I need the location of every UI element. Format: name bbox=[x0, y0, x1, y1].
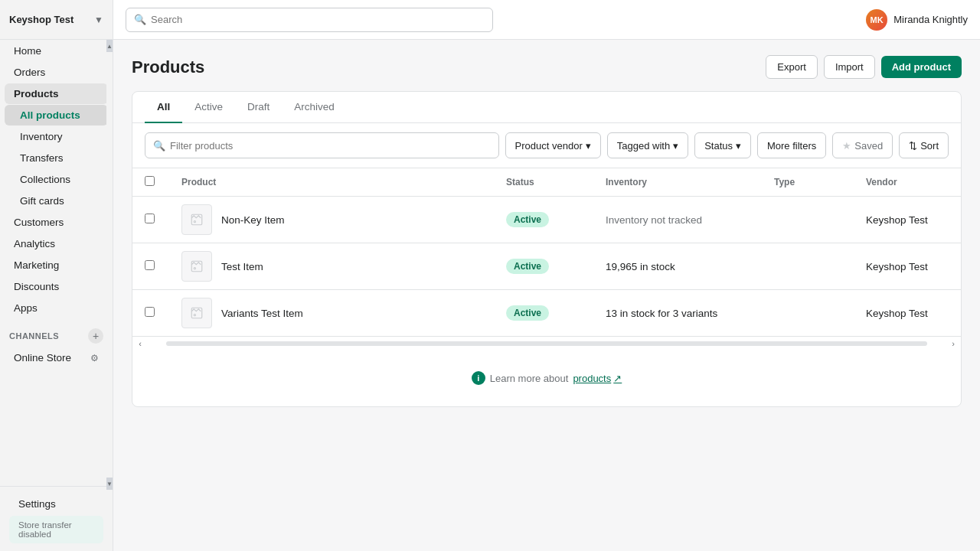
export-button[interactable]: Export bbox=[766, 55, 818, 79]
tab-active-label: Active bbox=[194, 101, 223, 112]
row1-vendor-cell: Keyshop Test bbox=[854, 197, 961, 243]
sidebar-item-orders[interactable]: Orders bbox=[5, 62, 108, 83]
tagged-with-filter[interactable]: Tagged with ▾ bbox=[607, 132, 688, 158]
tagged-with-dropdown-icon: ▾ bbox=[673, 140, 678, 152]
row1-vendor-value: Keyshop Test bbox=[866, 214, 928, 226]
tab-all-label: All bbox=[157, 101, 170, 112]
sidebar-item-marketing-label: Marketing bbox=[14, 259, 59, 271]
page-content: Products Export Import Add product All A… bbox=[113, 40, 980, 551]
topbar: 🔍 MK Miranda Knightly bbox=[113, 0, 980, 40]
add-product-button[interactable]: Add product bbox=[881, 56, 962, 78]
row3-inventory-cell: 13 in stock for 3 variants bbox=[593, 290, 762, 337]
scroll-left-arrow[interactable]: ‹ bbox=[132, 337, 148, 350]
sidebar-header: Keyshop Test ▼ bbox=[0, 0, 113, 40]
sidebar-item-customers-label: Customers bbox=[14, 217, 64, 228]
more-filters-button[interactable]: More filters bbox=[757, 132, 826, 158]
sidebar-item-collections[interactable]: Collections bbox=[5, 169, 108, 190]
sidebar-footer: Settings Store transfer disabled bbox=[0, 486, 113, 551]
sidebar-item-settings[interactable]: Settings bbox=[9, 494, 103, 514]
table-horizontal-scrollbar: ‹ › bbox=[132, 336, 961, 350]
status-filter[interactable]: Status ▾ bbox=[694, 132, 751, 158]
external-link-icon: ↗ bbox=[613, 373, 622, 384]
product-vendor-label: Product vendor bbox=[515, 140, 583, 152]
sidebar-item-marketing[interactable]: Marketing bbox=[5, 255, 108, 276]
products-table: Product Status Inventory Type bbox=[132, 168, 961, 336]
sidebar-item-inventory[interactable]: Inventory bbox=[5, 126, 108, 147]
sidebar-item-apps[interactable]: Apps bbox=[5, 298, 108, 318]
row1-inventory-value: Inventory not tracked bbox=[606, 214, 702, 226]
learn-more-section: i Learn more about products ↗ bbox=[132, 350, 961, 406]
tab-draft[interactable]: Draft bbox=[235, 92, 282, 123]
sidebar-item-collections-label: Collections bbox=[20, 174, 70, 185]
filter-search-input[interactable] bbox=[170, 140, 491, 152]
page-title: Products bbox=[132, 57, 204, 77]
product-vendor-filter[interactable]: Product vendor ▾ bbox=[505, 132, 601, 158]
tab-archived[interactable]: Archived bbox=[282, 92, 347, 123]
sidebar-item-all-products[interactable]: All products bbox=[5, 105, 108, 126]
filter-search-box[interactable]: 🔍 bbox=[145, 132, 499, 158]
row3-type-cell bbox=[762, 290, 854, 337]
scroll-track[interactable] bbox=[166, 341, 927, 346]
row3-vendor-cell: Keyshop Test bbox=[854, 290, 961, 337]
learn-more-link[interactable]: products ↗ bbox=[573, 373, 622, 384]
settings-label: Settings bbox=[18, 498, 56, 510]
row3-product-cell: Variants Test Item bbox=[169, 290, 494, 337]
more-filters-label: More filters bbox=[767, 140, 816, 152]
sort-icon: ⇅ bbox=[909, 140, 917, 152]
sidebar-item-customers[interactable]: Customers bbox=[5, 212, 108, 233]
store-transfer-banner: Store transfer disabled bbox=[9, 516, 103, 543]
sidebar-scroll-up[interactable]: ▲ bbox=[106, 40, 113, 52]
topbar-search-box[interactable]: 🔍 bbox=[126, 8, 493, 32]
tab-all[interactable]: All bbox=[145, 92, 182, 123]
learn-more-text: Learn more about bbox=[490, 373, 569, 384]
page-actions: Export Import Add product bbox=[766, 55, 962, 79]
topbar-search-input[interactable] bbox=[151, 14, 485, 25]
row1-product-cell: Non-Key Item bbox=[169, 197, 494, 243]
import-button[interactable]: Import bbox=[824, 55, 875, 79]
row3-inventory-value: 13 in stock for 3 variants bbox=[606, 308, 717, 319]
row2-checkbox-cell bbox=[132, 243, 169, 290]
products-card: All Active Draft Archived 🔍 bbox=[132, 91, 962, 407]
channels-add-button[interactable]: + bbox=[88, 328, 103, 344]
online-store-settings-icon[interactable]: ⚙ bbox=[90, 353, 99, 364]
status-dropdown-icon: ▾ bbox=[736, 140, 741, 152]
table-row[interactable]: Non-Key Item Active Inventory not tracke… bbox=[132, 197, 961, 243]
page-header: Products Export Import Add product bbox=[132, 55, 962, 79]
sidebar-item-transfers[interactable]: Transfers bbox=[5, 148, 108, 168]
row3-status-badge: Active bbox=[506, 305, 549, 321]
sidebar-item-home[interactable]: Home bbox=[5, 41, 108, 61]
topbar-search-icon: 🔍 bbox=[134, 14, 146, 25]
row2-thumbnail bbox=[181, 251, 212, 282]
select-all-checkbox[interactable] bbox=[145, 176, 155, 186]
row1-status-badge: Active bbox=[506, 212, 549, 227]
table-header-row: Product Status Inventory Type bbox=[132, 168, 961, 197]
sidebar-item-online-store[interactable]: Online Store ⚙ bbox=[5, 347, 108, 368]
product-vendor-dropdown-icon: ▾ bbox=[586, 140, 591, 152]
sidebar-item-products[interactable]: Products bbox=[5, 83, 108, 104]
row2-product-content: Test Item bbox=[181, 251, 482, 282]
row2-inventory-value: 19,965 in stock bbox=[606, 261, 675, 272]
scroll-right-arrow[interactable]: › bbox=[946, 337, 961, 350]
sidebar-toggle-icon[interactable]: ▼ bbox=[94, 15, 103, 25]
sidebar-nav: Home Orders Products All products Invent… bbox=[0, 40, 113, 486]
table-row[interactable]: Variants Test Item Active 13 in stock fo… bbox=[132, 290, 961, 337]
tabs-bar: All Active Draft Archived bbox=[132, 92, 961, 123]
learn-more-link-text: products bbox=[573, 373, 611, 384]
sort-button[interactable]: ⇅ Sort bbox=[899, 132, 949, 158]
avatar-initials: MK bbox=[871, 15, 884, 24]
table-row[interactable]: Test Item Active 19,965 in stock bbox=[132, 243, 961, 290]
row3-product-name: Variants Test Item bbox=[221, 308, 303, 319]
row1-status-cell: Active bbox=[494, 197, 593, 243]
tab-active[interactable]: Active bbox=[182, 92, 235, 123]
sidebar-scrollbar: ▲ ▼ bbox=[106, 40, 113, 490]
row1-checkbox[interactable] bbox=[145, 214, 155, 223]
sidebar-scroll-down[interactable]: ▼ bbox=[106, 478, 113, 490]
row3-checkbox[interactable] bbox=[145, 307, 155, 317]
sidebar-item-discounts[interactable]: Discounts bbox=[5, 276, 108, 297]
saved-button[interactable]: ★ Saved bbox=[832, 132, 893, 158]
sidebar-item-products-label: Products bbox=[14, 88, 59, 99]
row2-checkbox[interactable] bbox=[145, 260, 155, 270]
header-type-label: Type bbox=[774, 177, 795, 187]
sidebar-item-analytics[interactable]: Analytics bbox=[5, 233, 108, 254]
sidebar-item-gift-cards[interactable]: Gift cards bbox=[5, 191, 108, 211]
